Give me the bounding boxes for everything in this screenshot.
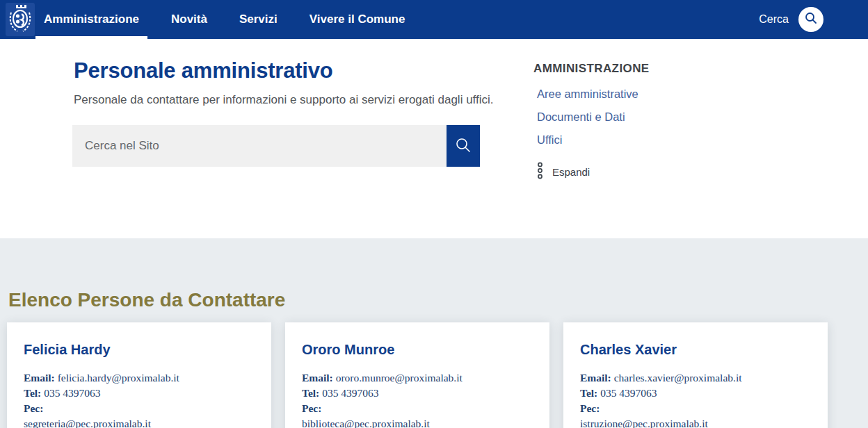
pec-value-row: istruzione@pec.proximalab.it xyxy=(580,416,811,428)
person-contact-details: Email: ororo.munroe@proximalab.it Tel: 0… xyxy=(302,370,533,428)
sidebar-expand-button[interactable]: Espandi xyxy=(537,162,590,181)
search-icon xyxy=(455,137,472,156)
contacts-cards-row: Felicia Hardy Email: felicia.hardy@proxi… xyxy=(7,322,828,428)
email-link[interactable]: ororo.munroe@proximalab.it xyxy=(336,372,463,384)
sidebar-link-uffici[interactable]: Uffici xyxy=(537,133,700,147)
contacts-section: Elenco Persone da Contattare Felicia Har… xyxy=(0,238,868,428)
person-name: Charles Xavier xyxy=(580,342,811,358)
tel-row: Tel: 035 4397063 xyxy=(302,386,533,401)
tel-label: Tel: xyxy=(302,387,319,399)
person-name: Felicia Hardy xyxy=(24,342,255,358)
municipal-crest-logo[interactable] xyxy=(6,3,35,36)
email-row: Email: felicia.hardy@proximalab.it xyxy=(24,370,255,386)
tel-row: Tel: 035 4397063 xyxy=(580,386,811,401)
email-label: Email: xyxy=(24,372,55,384)
pec-link[interactable]: istruzione@pec.proximalab.it xyxy=(580,418,708,428)
site-search-submit-button[interactable] xyxy=(447,125,480,167)
person-name: Ororo Munroe xyxy=(302,342,533,358)
sidebar-link-documenti-e-dati[interactable]: Documenti e Dati xyxy=(537,110,700,124)
section-sidebar: AMMINISTRAZIONE Aree amministrative Docu… xyxy=(533,62,700,181)
email-row: Email: ororo.munroe@proximalab.it xyxy=(302,370,533,386)
nav-item-novita[interactable]: Novità xyxy=(163,0,216,39)
page-subtitle: Personale da contattare per informazioni… xyxy=(74,93,868,107)
site-search-bar xyxy=(72,125,480,167)
person-card: Ororo Munroe Email: ororo.munroe@proxima… xyxy=(285,322,549,428)
contacts-heading: Elenco Persone da Contattare xyxy=(8,289,828,311)
tel-link[interactable]: 035 4397063 xyxy=(322,387,378,399)
pec-value-row: biblioteca@pec.proximalab.it xyxy=(302,416,533,428)
tel-link[interactable]: 035 4397063 xyxy=(44,387,100,399)
crest-icon xyxy=(8,3,32,36)
nav-search-area: Cerca xyxy=(759,7,823,32)
nav-item-vivere-il-comune[interactable]: Vivere il Comune xyxy=(301,0,414,39)
sidebar-title: AMMINISTRAZIONE xyxy=(533,62,700,76)
tel-label: Tel: xyxy=(24,387,41,399)
email-row: Email: charles.xavier@proximalab.it xyxy=(580,370,811,386)
sidebar-expand-label: Espandi xyxy=(552,166,590,178)
person-card: Felicia Hardy Email: felicia.hardy@proxi… xyxy=(7,322,271,428)
nav-item-amministrazione[interactable]: Amministrazione xyxy=(35,0,147,39)
page-title: Personale amministrativo xyxy=(74,58,868,83)
person-card: Charles Xavier Email: charles.xavier@pro… xyxy=(563,322,828,428)
tel-label: Tel: xyxy=(580,387,597,399)
pec-label: Pec: xyxy=(302,402,321,414)
person-contact-details: Email: felicia.hardy@proximalab.it Tel: … xyxy=(24,370,255,428)
email-label: Email: xyxy=(302,372,333,384)
search-icon xyxy=(804,11,818,28)
pec-value-row: segreteria@pec.proximalab.it xyxy=(24,416,255,428)
kebab-dots-icon xyxy=(537,162,543,181)
email-label: Email: xyxy=(580,372,611,384)
sidebar-link-aree-amministrative[interactable]: Aree amministrative xyxy=(537,88,700,101)
pec-link[interactable]: segreteria@pec.proximalab.it xyxy=(24,418,151,428)
nav-item-servizi[interactable]: Servizi xyxy=(231,0,286,39)
email-link[interactable]: charles.xavier@proximalab.it xyxy=(614,372,742,384)
pec-row: Pec: xyxy=(580,401,811,416)
page-header-section: Personale amministrativo Personale da co… xyxy=(0,39,868,238)
email-link[interactable]: felicia.hardy@proximalab.it xyxy=(58,372,179,384)
pec-row: Pec: xyxy=(24,401,255,416)
site-search-input[interactable] xyxy=(72,125,447,167)
tel-row: Tel: 035 4397063 xyxy=(24,386,255,401)
person-contact-details: Email: charles.xavier@proximalab.it Tel:… xyxy=(580,370,811,428)
tel-link[interactable]: 035 4397063 xyxy=(600,387,657,399)
nav-search-button[interactable] xyxy=(798,7,823,32)
pec-label: Pec: xyxy=(24,402,43,414)
pec-row: Pec: xyxy=(302,401,533,416)
pec-label: Pec: xyxy=(580,402,600,414)
pec-link[interactable]: biblioteca@pec.proximalab.it xyxy=(302,418,430,428)
main-nav: Amministrazione Novità Servizi Vivere il… xyxy=(35,0,413,39)
top-navbar: Amministrazione Novità Servizi Vivere il… xyxy=(0,0,868,39)
nav-search-label[interactable]: Cerca xyxy=(759,13,789,26)
